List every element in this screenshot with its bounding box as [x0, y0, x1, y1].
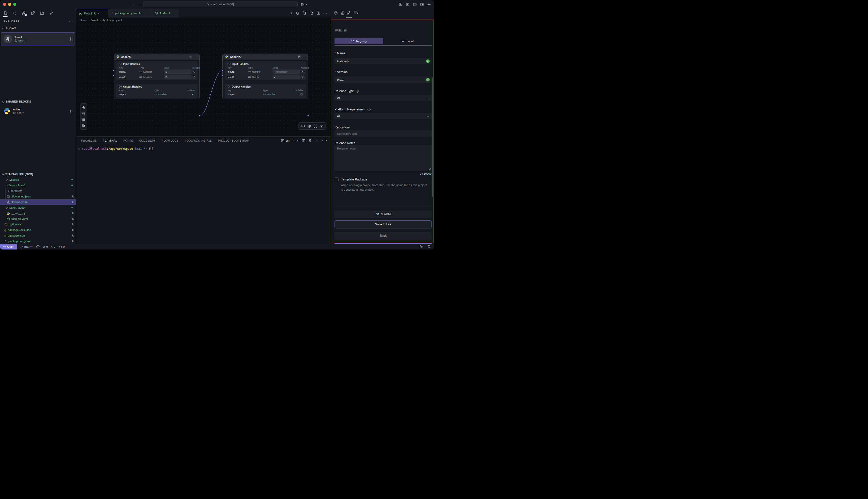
- tab-terminal[interactable]: TERMINAL: [103, 136, 117, 144]
- tree-row[interactable]: scriptlets: [0, 188, 76, 194]
- save-to-file-button[interactable]: Save to File: [334, 220, 432, 229]
- breadcrumb-item[interactable]: flow-1: [91, 19, 98, 22]
- shared-blocks-section-header[interactable]: SHARED BLOCKS: [2, 100, 31, 103]
- blocks-view-icon[interactable]: [29, 9, 36, 17]
- tree-row[interactable]: {} package-lock.jsonU: [0, 227, 76, 233]
- bell-icon[interactable]: [427, 245, 431, 248]
- assistant-menu[interactable]: [300, 0, 306, 9]
- release-type-select[interactable]: All: [334, 95, 432, 101]
- compare-changes-icon[interactable]: [303, 11, 307, 15]
- help-icon[interactable]: ?: [367, 108, 370, 111]
- minimap-icon[interactable]: [307, 124, 311, 128]
- zoom-out-icon[interactable]: [82, 112, 86, 115]
- ports-item[interactable]: 0: [59, 245, 65, 248]
- value-input[interactable]: 4: [272, 75, 300, 79]
- command-center-search[interactable]: start-guide [OVM]: [143, 1, 298, 7]
- split-terminal-icon[interactable]: [302, 139, 305, 142]
- tree-row[interactable]: {} package.jsonU: [0, 233, 76, 238]
- customize-layout-icon[interactable]: [399, 2, 403, 7]
- more-actions-icon[interactable]: ···: [323, 11, 327, 15]
- tab-problems[interactable]: PROBLEMS: [81, 136, 97, 144]
- history-forward-button[interactable]: →: [137, 2, 141, 7]
- tree-row[interactable]: tasks / adder: [0, 205, 76, 210]
- input-handle[interactable]: [221, 75, 224, 77]
- zoom-in-icon[interactable]: [82, 106, 86, 109]
- tree-row[interactable]: __init__.pyU: [0, 210, 76, 216]
- output-handle[interactable]: [307, 115, 309, 117]
- fit-view-icon[interactable]: [82, 118, 86, 121]
- registry-toggle-button[interactable]: Registry: [334, 38, 383, 44]
- package-box-icon[interactable]: [334, 11, 338, 15]
- fullscreen-icon[interactable]: [314, 124, 317, 128]
- tab-adder[interactable]: Adder U: [152, 9, 180, 17]
- terminal-output[interactable]: root@localhost:/app/workspace (main*) #: [76, 144, 331, 244]
- remote-indicator[interactable]: >< OVM: [0, 244, 17, 250]
- node-more-icon[interactable]: ···: [194, 55, 197, 58]
- history-back-button[interactable]: ←: [130, 2, 134, 7]
- template-package-checkbox[interactable]: [335, 178, 339, 181]
- search-view-icon[interactable]: [11, 9, 18, 17]
- chevron-down-icon[interactable]: [297, 139, 299, 142]
- close-panel-icon[interactable]: ×: [325, 138, 327, 142]
- maximize-panel-icon[interactable]: [321, 139, 322, 142]
- tab-project-bootstrap[interactable]: PROJECT BOOTSTRAP: [218, 136, 249, 144]
- project-tree-header[interactable]: START-GUIDE [OVM]: [2, 171, 33, 177]
- flow-settings-gear-icon[interactable]: [69, 37, 72, 41]
- run-node-icon[interactable]: [189, 55, 192, 58]
- canvas-settings-gear-icon[interactable]: [320, 124, 323, 128]
- tree-row[interactable]: ! package.oo.yamlU: [0, 238, 76, 244]
- toggle-right-panel-icon[interactable]: [420, 2, 424, 7]
- version-input[interactable]: 0.0.1 ✓: [334, 76, 432, 83]
- tree-row[interactable]: task.oo.yamlU: [0, 216, 76, 222]
- comments-icon[interactable]: [354, 11, 358, 15]
- minimize-window-button[interactable]: [8, 3, 11, 6]
- flow-canvas[interactable]: adder#1 ··· Input Handles KeyTypeValueNu…: [76, 23, 331, 136]
- breadcrumb-item[interactable]: flow.oo.yaml: [107, 19, 122, 22]
- tree-row[interactable]: .gitignoreU: [0, 222, 76, 227]
- publish-rocket-icon[interactable]: [346, 11, 351, 15]
- breadcrumb-item[interactable]: flows: [81, 19, 87, 22]
- settings-gear-icon[interactable]: [427, 2, 431, 7]
- block-settings-gear-icon[interactable]: [69, 109, 73, 113]
- git-branch-item[interactable]: main*: [20, 245, 33, 248]
- flow-list-item[interactable]: flow-1 flow-1: [1, 33, 75, 46]
- input-handle[interactable]: [221, 69, 224, 72]
- close-window-button[interactable]: [3, 3, 6, 6]
- edit-readme-button[interactable]: Edit README: [334, 210, 432, 218]
- panel-more-icon[interactable]: ···: [315, 139, 318, 142]
- node-more-icon[interactable]: ···: [302, 55, 306, 58]
- shared-block-item[interactable]: Adder adder: [1, 105, 75, 117]
- rerun-icon[interactable]: [296, 11, 300, 15]
- tab-flow-1[interactable]: Flow 1 U ×: [76, 9, 108, 17]
- local-toggle-button[interactable]: Local: [383, 38, 432, 44]
- flows-view-icon[interactable]: 13: [20, 9, 27, 17]
- run-node-icon[interactable]: [298, 55, 301, 58]
- handle-gear-icon[interactable]: [301, 76, 304, 79]
- toggle-left-panel-icon[interactable]: [406, 2, 409, 7]
- name-input[interactable]: test-pack ✓: [334, 58, 432, 64]
- new-terminal-button[interactable]: +: [293, 138, 295, 143]
- secrets-view-icon[interactable]: [48, 9, 54, 17]
- explorer-more-icon[interactable]: ···: [69, 20, 73, 23]
- value-input[interactable]: 1: [164, 70, 191, 74]
- kill-terminal-trash-icon[interactable]: [308, 139, 312, 142]
- problems-item[interactable]: ⊘0 △0: [43, 245, 56, 248]
- tab-code-deps[interactable]: CODE DEPS: [139, 136, 156, 144]
- resize-handle-icon[interactable]: [429, 168, 431, 170]
- platform-requirement-select[interactable]: All: [334, 113, 432, 119]
- run-flow-icon[interactable]: [289, 11, 293, 15]
- close-icon[interactable]: ×: [98, 12, 100, 15]
- value-input[interactable]: 2: [164, 75, 191, 79]
- tab-toolpack-install[interactable]: TOOLPACK INSTALL: [185, 136, 212, 144]
- gift-icon[interactable]: [341, 11, 345, 15]
- handle-gear-icon[interactable]: [301, 70, 304, 73]
- auto-layout-icon[interactable]: [82, 124, 86, 127]
- tab-ports[interactable]: PORTS: [123, 136, 133, 144]
- export-file-icon[interactable]: [310, 11, 314, 15]
- toggle-bottom-panel-icon[interactable]: [413, 2, 417, 7]
- handle-gear-icon[interactable]: [300, 93, 303, 96]
- console-panel-icon[interactable]: [301, 124, 305, 128]
- split-editor-icon[interactable]: [317, 11, 320, 15]
- node-header[interactable]: Adder #2 ···: [223, 54, 308, 60]
- zoom-window-button[interactable]: [13, 3, 16, 6]
